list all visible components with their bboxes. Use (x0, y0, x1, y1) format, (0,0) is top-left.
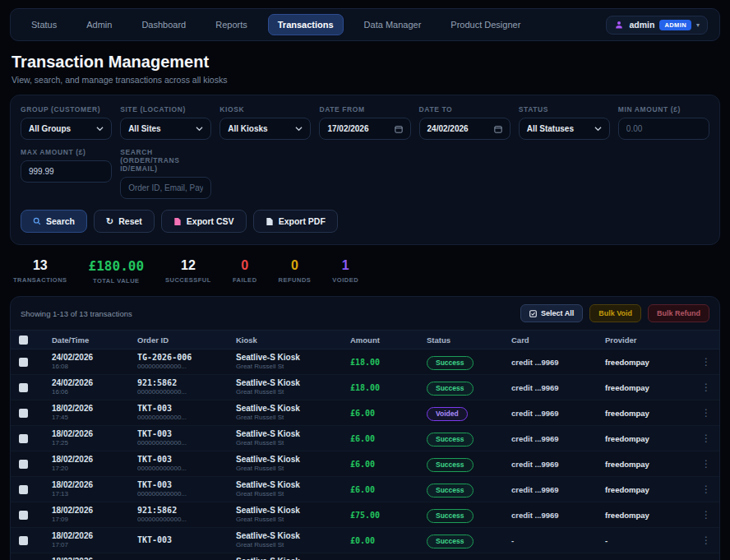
select-all-label: Select All (541, 309, 574, 317)
row-provider: freedompay (605, 358, 698, 367)
nav-item-admin[interactable]: Admin (77, 15, 121, 35)
max-amount-input[interactable] (29, 167, 104, 176)
bulk-refund-button[interactable]: Bulk Refund (648, 304, 709, 322)
row-card-text: credit ...9969 (511, 383, 605, 392)
row-amount: £6.00 (350, 434, 427, 443)
status-badge: Success (427, 535, 474, 548)
top-navbar: StatusAdminDashboardReportsTransactionsD… (10, 8, 720, 41)
row-checkbox[interactable] (19, 485, 28, 494)
row-checkbox[interactable] (19, 383, 28, 392)
date-from-input[interactable]: 17/02/2026 (319, 118, 410, 140)
table-row[interactable]: 18/02/202617:07TKT-003Seatlive-S KioskGr… (11, 528, 719, 553)
row-card: credit ...9969 (511, 434, 605, 443)
nav-item-dashboard[interactable]: Dashboard (132, 15, 195, 35)
row-order-id-text: 921:5862 (137, 506, 236, 516)
page-header: Transaction Management View, search, and… (0, 41, 730, 91)
row-checkbox[interactable] (19, 460, 28, 469)
search-input[interactable] (128, 183, 203, 192)
table-row[interactable]: 24/02/202616:06921:5862000000000000...Se… (11, 375, 719, 400)
row-kiosk-text: Seatlive-S Kiosk (236, 378, 350, 388)
row-date: 18/02/202617:25 (52, 429, 137, 447)
row-order-id: 921:5862000000000000... (137, 506, 236, 523)
row-actions-menu-icon[interactable]: ⋮ (698, 458, 711, 470)
kiosk-select-value: All Kiosks (228, 124, 267, 133)
row-checkbox[interactable] (19, 536, 28, 545)
row-actions-menu-icon[interactable]: ⋮ (698, 433, 711, 444)
date-from-value: 17/02/2026 (327, 124, 368, 133)
export-csv-button[interactable]: Export CSV (161, 210, 247, 233)
row-actions-menu-icon[interactable]: ⋮ (698, 407, 711, 419)
table-row[interactable]: 18/02/202617:45TKT-003000000000000...Sea… (11, 400, 719, 426)
row-kiosk-text: Seatlive-S Kiosk (236, 404, 350, 414)
bulk-void-button[interactable]: Bulk Void (589, 304, 641, 322)
row-checkbox[interactable] (19, 511, 28, 520)
group-select[interactable]: All Groups (21, 118, 112, 140)
csv-file-icon (173, 217, 182, 226)
row-order-id: TG-2026-006000000000000... (137, 353, 236, 370)
row-order-id-sub: 000000000000... (137, 465, 236, 473)
status-badge: Success (427, 458, 474, 472)
row-card-text: - (511, 536, 605, 545)
date-to-input[interactable]: 24/02/2026 (419, 118, 511, 140)
kiosk-select[interactable]: All Kiosks (219, 118, 311, 140)
row-actions-menu-icon[interactable]: ⋮ (698, 356, 711, 368)
export-pdf-button[interactable]: Export PDF (253, 210, 338, 233)
search-button-label: Search (46, 216, 75, 226)
row-kiosk: Seatlive-S KioskGreat Russell St (236, 404, 350, 421)
nav-item-data-manager[interactable]: Data Manager (355, 15, 431, 35)
group-select-value: All Groups (29, 124, 71, 133)
stat-value: 1 (342, 258, 349, 273)
table-row[interactable]: 18/02/202617:20TKT-003000000000000...Sea… (11, 451, 719, 477)
row-kiosk: Seatlive-S KioskGreat Russell St (236, 506, 350, 523)
row-checkbox[interactable] (19, 358, 28, 367)
status-select[interactable]: All Statuses (519, 118, 610, 140)
row-checkbox[interactable] (19, 434, 28, 443)
row-provider-text: freedompay (605, 460, 698, 469)
table-row[interactable]: 24/02/202616:08TG-2026-006000000000000..… (11, 349, 719, 375)
row-order-id: TKT-003000000000000... (137, 480, 236, 498)
row-date-sub: 16:08 (52, 363, 137, 371)
table-body: 24/02/202616:08TG-2026-006000000000000..… (11, 349, 719, 560)
row-order-id-text: TKT-003 (137, 404, 236, 414)
table-row[interactable]: 18/02/202617:03TKT-003Seatlive-S KioskGr… (11, 553, 719, 560)
row-actions-menu-icon[interactable]: ⋮ (698, 535, 711, 546)
max-amount-field (21, 160, 112, 183)
max-amount-label: MAX AMOUNT (£) (21, 148, 112, 156)
row-actions-menu-icon[interactable]: ⋮ (698, 382, 711, 393)
nav-item-transactions[interactable]: Transactions (268, 14, 344, 35)
row-actions-menu-icon[interactable]: ⋮ (698, 509, 711, 521)
min-amount-filter: MIN AMOUNT (£) (618, 105, 709, 140)
min-amount-input[interactable] (626, 124, 701, 133)
nav-item-product-designer[interactable]: Product Designer (441, 15, 529, 35)
row-actions-menu-icon[interactable]: ⋮ (698, 484, 711, 495)
kiosk-filter-label: KIOSK (219, 105, 311, 113)
row-status: Success (427, 507, 511, 523)
row-kiosk-sub: Great Russell St (236, 516, 350, 524)
nav-item-reports[interactable]: Reports (206, 15, 256, 35)
nav-item-status[interactable]: Status (22, 15, 66, 35)
table-row[interactable]: 18/02/202617:25TKT-003000000000000...Sea… (11, 426, 719, 451)
row-order-id-sub: 000000000000... (137, 439, 236, 447)
table-row[interactable]: 18/02/202617:09921:5862000000000000...Se… (11, 502, 719, 528)
row-kiosk-sub: Great Russell St (236, 465, 350, 473)
row-date-text: 18/02/2026 (52, 429, 137, 439)
table-row[interactable]: 18/02/202617:13TKT-003000000000000...Sea… (11, 477, 719, 502)
search-button[interactable]: Search (21, 210, 87, 233)
row-kiosk-sub: Great Russell St (236, 414, 350, 422)
row-kiosk-sub: Great Russell St (236, 388, 350, 396)
site-select[interactable]: All Sites (120, 118, 211, 140)
status-badge: Success (427, 484, 474, 498)
select-all-button[interactable]: Select All (520, 304, 583, 322)
select-all-checkbox[interactable] (19, 336, 28, 345)
max-amount-filter: MAX AMOUNT (£) (21, 148, 112, 199)
stat-value: 0 (241, 258, 248, 273)
row-date: 24/02/202616:08 (52, 353, 137, 370)
status-select-value: All Statuses (527, 124, 574, 133)
row-status: Voided (427, 405, 511, 421)
row-checkbox[interactable] (19, 409, 28, 418)
reset-button[interactable]: ↻ Reset (94, 210, 155, 233)
row-amount-text: £18.00 (350, 358, 427, 367)
user-menu[interactable]: admin ADMIN ▾ (606, 16, 708, 35)
row-amount: £6.00 (350, 460, 427, 469)
row-provider-text: freedompay (605, 485, 698, 494)
